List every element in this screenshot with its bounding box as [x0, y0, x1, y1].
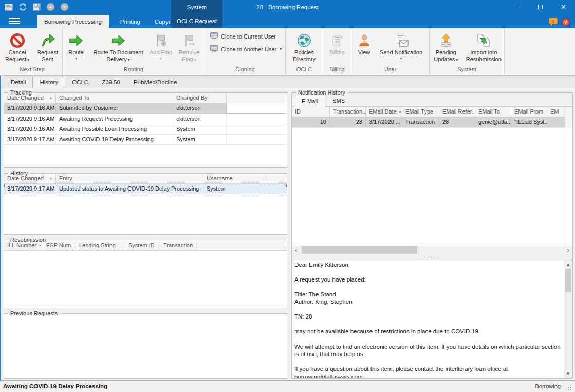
column-header[interactable]: ID [292, 107, 330, 117]
person-icon [357, 32, 372, 49]
email-table-vscrollbar[interactable] [565, 128, 572, 246]
save-icon[interactable] [32, 3, 41, 12]
column-header[interactable]: Transaction ... [160, 240, 197, 250]
table-row[interactable]: 3/17/2020 9:16 AM Submitted by Customer … [4, 103, 287, 114]
pane-splitter[interactable]: ····· [292, 254, 572, 260]
table-row[interactable]: 10 28 3/17/2020 ... Transaction 28 genie… [292, 117, 565, 128]
column-header[interactable]: Lending String [76, 240, 125, 250]
flag-add-icon [153, 32, 169, 49]
table-row[interactable]: 3/17/2020 9:17 AM Updated status to Awai… [4, 184, 287, 194]
tracking-group: Tracking Date Changed▲ Changed To Change… [4, 92, 287, 168]
column-header[interactable]: ESP Num...▲ [43, 240, 76, 250]
table-row[interactable]: 3/17/2020 9:17 AM Awaiting COVID-19 Dela… [4, 135, 287, 145]
module-label: Borrowing [535, 383, 561, 389]
up-circle-icon[interactable] [46, 3, 55, 12]
ribbon-tab-printing[interactable]: Printing [113, 15, 147, 28]
window-controls: ✕ [506, 0, 575, 14]
sent-arrow-icon [40, 32, 55, 49]
column-header[interactable]: System ID [125, 240, 160, 250]
request-sent-button[interactable]: Request Sent [33, 31, 62, 63]
import-into-resubmission-button[interactable]: Import into Resubmission [463, 31, 504, 63]
clone-icon [210, 45, 218, 53]
cancel-request-button[interactable]: Cancel Request▾ [3, 31, 32, 63]
quick-access-toolbar [0, 3, 69, 12]
route-button[interactable]: Route ▾ [64, 31, 88, 61]
dropdown-caret-icon: ▾ [75, 56, 77, 61]
minimize-button[interactable] [506, 0, 529, 14]
right-pane: Notification History E-Mail SMS ID Trans… [291, 92, 573, 379]
tab-oclc[interactable]: OCLC [65, 77, 95, 88]
scroll-left-icon[interactable]: ‹ [292, 246, 301, 254]
refresh-icon[interactable] [18, 3, 27, 12]
column-header[interactable]: EMail To [475, 107, 511, 117]
sort-asc-icon: ▲ [49, 177, 52, 180]
group-label-user: User [351, 66, 429, 75]
policies-directory-button[interactable]: Policies Directory [288, 31, 321, 63]
svg-text:?: ? [564, 19, 567, 25]
form-icon[interactable] [4, 3, 13, 12]
remove-flag-button[interactable]: Remove Flag▾ [175, 31, 203, 63]
view-user-button[interactable]: View [354, 31, 375, 56]
dropdown-caret-icon: ▾ [456, 58, 458, 62]
tab-history[interactable]: History [32, 77, 65, 88]
ribbon-tab-oclc-request[interactable]: OCLC Request [171, 14, 222, 28]
send-notification-icon [394, 32, 409, 49]
status-bar: Awaiting COVID-19 Delay Processing Borro… [0, 380, 575, 392]
email-body-scrollbar[interactable]: ▲ ▼ [564, 260, 572, 378]
update-info-icon[interactable]: i [549, 18, 558, 27]
email-table-vscrollbar[interactable] [565, 107, 572, 128]
column-header[interactable]: EM [547, 107, 565, 117]
column-header[interactable]: EMail Date▲ [366, 107, 402, 117]
down-circle-icon[interactable] [60, 3, 69, 12]
table-row[interactable]: 3/17/2020 9:16 AM Awaiting Possible Loan… [4, 124, 287, 135]
ribbon-tab-borrowing-processing[interactable]: Borrowing Processing [37, 15, 109, 28]
history-group: History Date Changed▲ Entry Username 3/1… [4, 173, 287, 235]
resubmission-group: Resubmission ILL Number▲ ESP Num...▲ Len… [4, 240, 287, 308]
column-header[interactable]: Username [203, 174, 264, 183]
notification-history-legend: Notification History [296, 89, 347, 96]
window-top: System OCLC Request [0, 0, 575, 28]
add-flag-button[interactable]: Add Flag ▾ [148, 31, 174, 61]
ribbon-group-oclc: Policies Directory OCLC [286, 28, 323, 75]
send-notification-button[interactable]: Send Notification ▾ [376, 31, 427, 61]
hscroll-thumb[interactable] [302, 246, 417, 254]
scroll-right-icon[interactable]: › [564, 246, 572, 254]
scroll-up-icon[interactable]: ▲ [564, 260, 572, 269]
globe-icon [296, 32, 312, 49]
tab-email[interactable]: E-Mail [294, 96, 325, 107]
column-header[interactable]: EMail Refer... [439, 107, 475, 117]
pending-updates-button[interactable]: Pending Updates▾ [430, 31, 462, 63]
column-header[interactable]: EMail From [511, 107, 547, 117]
ribbon-group-cloning: Clone to Current User Clone to Another U… [205, 28, 286, 75]
close-button[interactable]: ✕ [552, 0, 575, 14]
column-header[interactable]: Changed By [173, 93, 227, 103]
clone-to-current-user-button[interactable]: Clone to Current User [210, 32, 280, 40]
email-table-hscrollbar[interactable]: ‹ › [292, 246, 572, 254]
scroll-icon [330, 32, 344, 49]
column-header[interactable]: Changed To [56, 93, 173, 103]
route-to-document-delivery-button[interactable]: Route To Document Delivery▾ [89, 31, 147, 63]
menu-icon[interactable] [0, 14, 29, 28]
tab-pubmed-docline[interactable]: PubMed/Docline [127, 77, 183, 88]
scroll-down-icon[interactable]: ▼ [564, 369, 572, 378]
email-body-text: Dear Emily Kitterson, A request you have… [292, 260, 564, 378]
billing-button[interactable]: Billing [325, 31, 349, 56]
tab-sms[interactable]: SMS [325, 96, 352, 106]
dropdown-caret-icon: ▾ [27, 58, 29, 62]
column-header[interactable]: Entry [56, 174, 203, 183]
column-header[interactable]: Transaction... [330, 107, 366, 117]
tab-detail[interactable]: Detail [4, 77, 32, 88]
email-preview: Dear Emily Kitterson, A request you have… [292, 260, 572, 379]
table-row[interactable]: 3/17/2020 9:16 AM Awaiting Request Proce… [4, 114, 287, 124]
vscroll-thumb[interactable] [565, 269, 571, 292]
history-tab-content: Tracking Date Changed▲ Changed To Change… [0, 88, 575, 380]
dropdown-caret-icon: ▾ [194, 58, 196, 62]
resize-grip-icon[interactable] [566, 385, 572, 391]
group-label-billing: Billing [323, 66, 351, 75]
help-icon[interactable]: ? [562, 18, 570, 27]
tab-z3950[interactable]: Z39.50 [95, 77, 127, 88]
clone-to-another-user-button[interactable]: Clone to Another User ▾ [210, 45, 280, 53]
ribbon-tab-row: Borrowing Processing Printing Copyright … [0, 14, 575, 28]
maximize-button[interactable] [529, 0, 552, 14]
column-header[interactable]: EMail Type [402, 107, 439, 117]
